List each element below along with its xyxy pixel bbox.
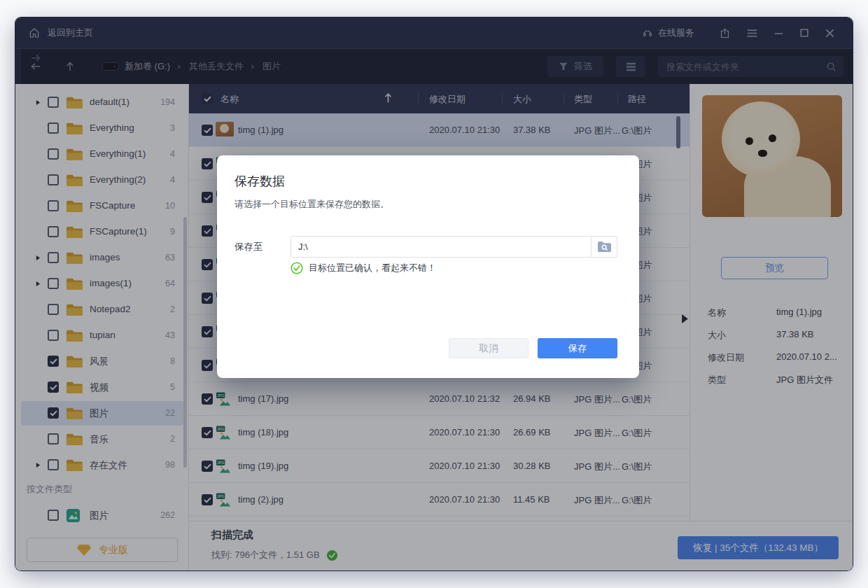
cancel-button[interactable]: 取消 — [449, 338, 528, 358]
save-button[interactable]: 保存 — [538, 338, 617, 358]
destination-status-text: 目标位置已确认，看起来不错！ — [309, 262, 436, 274]
dialog-message: 请选择一个目标位置来保存您的数据。 — [234, 198, 389, 211]
page: 返回到主页 在线服务 — [0, 0, 868, 588]
save-to-label: 保存至 — [234, 241, 263, 253]
folder-search-icon — [597, 241, 612, 253]
destination-status: 目标位置已确认，看起来不错！ — [290, 262, 436, 274]
check-ring-icon — [290, 262, 303, 274]
browse-folder-button[interactable] — [592, 236, 617, 258]
save-data-dialog: 保存数据 请选择一个目标位置来保存您的数据。 保存至 目标位置已确认，看起来不错… — [217, 155, 639, 378]
save-path-input[interactable] — [290, 236, 592, 258]
dialog-title: 保存数据 — [234, 173, 285, 190]
app-window: 返回到主页 在线服务 — [15, 18, 853, 570]
